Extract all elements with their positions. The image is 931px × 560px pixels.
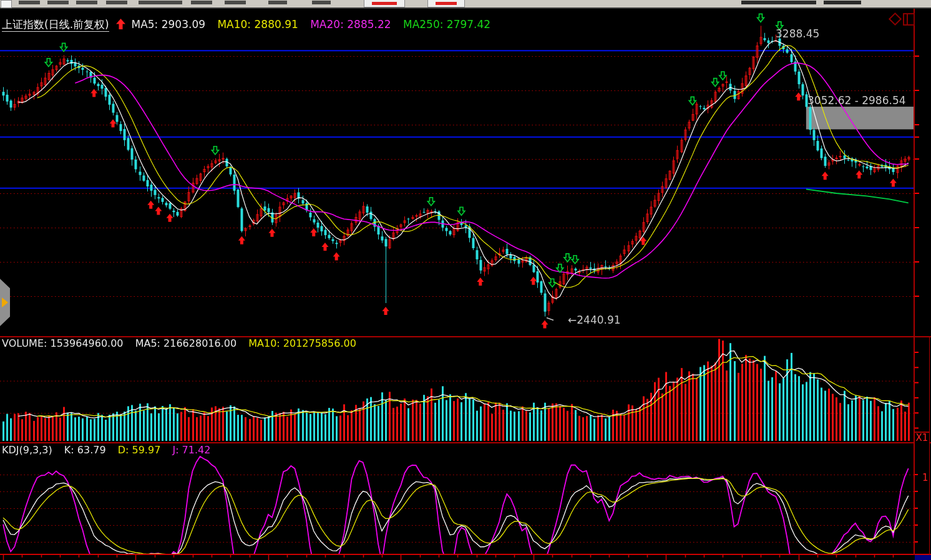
panel-divider[interactable] xyxy=(0,442,931,443)
buy-button[interactable] xyxy=(364,0,405,7)
app-icon xyxy=(1,0,12,8)
sell-button-label xyxy=(436,2,457,5)
volume-header: VOLUME: 153964960.00 MA5: 216628016.00 M… xyxy=(2,337,365,349)
red-up-arrow-icon xyxy=(116,18,129,31)
volume-value: VOLUME: 153964960.00 xyxy=(2,337,124,349)
menu-item[interactable] xyxy=(76,1,97,4)
buy-button-label xyxy=(372,2,397,5)
chart-canvas[interactable] xyxy=(0,0,931,560)
split-window-divider xyxy=(907,14,908,24)
ma10-value: MA10: 2880.91 xyxy=(217,18,298,31)
menu-bar[interactable] xyxy=(0,0,931,9)
volume-scale-badge: X1 xyxy=(915,432,929,443)
ma250-value: MA250: 2797.42 xyxy=(403,18,490,31)
menu-item[interactable] xyxy=(191,1,212,4)
sell-button[interactable] xyxy=(427,0,465,7)
panel-expand-arrow-icon[interactable] xyxy=(2,297,8,307)
menu-item[interactable] xyxy=(47,1,69,4)
menu-item[interactable] xyxy=(312,1,331,4)
kdj-header: KDJ(9,3,3) K: 63.79 D: 59.97 J: 71.42 xyxy=(2,444,219,456)
peak-price-label: 3288.45 xyxy=(776,27,819,40)
bottom-corner-block xyxy=(915,555,931,560)
right-edge-line xyxy=(929,336,930,555)
menu-item[interactable] xyxy=(225,1,246,4)
price-axis-line xyxy=(914,9,915,555)
panel-divider[interactable] xyxy=(0,336,931,337)
vol-ma10-value: MA10: 201275856.00 xyxy=(248,337,356,349)
menu-item[interactable] xyxy=(139,1,182,4)
menu-item[interactable] xyxy=(19,1,40,4)
ma5-value: MA5: 2903.09 xyxy=(131,18,205,31)
instrument-title: 上证指数(日线.前复权) xyxy=(2,18,109,32)
menu-right-text xyxy=(741,1,816,4)
split-window-icon[interactable] xyxy=(903,13,915,26)
kdj-axis-label: 1 xyxy=(922,472,929,483)
k-value: K: 63.79 xyxy=(64,444,106,456)
trading-app-window: 上证指数(日线.前复权) MA5: 2903.09 MA10: 2880.91 … xyxy=(0,0,931,560)
kdj-name: KDJ(9,3,3) xyxy=(2,444,52,456)
menu-right-text xyxy=(824,1,861,4)
menu-item[interactable] xyxy=(268,1,287,4)
low-price-label: ←2440.91 xyxy=(568,314,621,326)
vol-ma5-value: MA5: 216628016.00 xyxy=(135,337,236,349)
gap-range-label: 3052.62 - 2986.54 xyxy=(807,94,906,107)
ma20-value: MA20: 2885.22 xyxy=(310,18,391,31)
j-value: J: 71.42 xyxy=(172,444,210,456)
d-value: D: 59.97 xyxy=(118,444,161,456)
main-chart-header: 上证指数(日线.前复权) MA5: 2903.09 MA10: 2880.91 … xyxy=(2,17,499,32)
menu-item[interactable] xyxy=(106,1,127,4)
